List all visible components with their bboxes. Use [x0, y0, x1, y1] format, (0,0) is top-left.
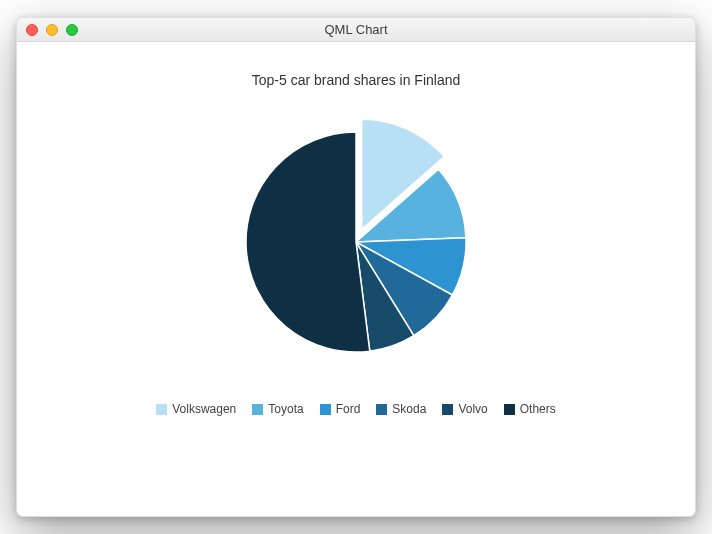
minimize-icon[interactable] — [46, 24, 58, 36]
legend-label: Ford — [336, 402, 361, 416]
legend-item-volkswagen[interactable]: Volkswagen — [156, 402, 236, 416]
pie-chart — [226, 112, 486, 372]
legend-swatch-icon — [442, 404, 453, 415]
legend-swatch-icon — [504, 404, 515, 415]
legend-item-others[interactable]: Others — [504, 402, 556, 416]
legend-item-ford[interactable]: Ford — [320, 402, 361, 416]
legend-swatch-icon — [320, 404, 331, 415]
close-icon[interactable] — [26, 24, 38, 36]
legend-swatch-icon — [376, 404, 387, 415]
chart-legend: VolkswagenToyotaFordSkodaVolvoOthers — [156, 402, 556, 416]
legend-label: Others — [520, 402, 556, 416]
legend-label: Toyota — [268, 402, 303, 416]
app-window: QML Chart Top-5 car brand shares in Finl… — [16, 17, 696, 517]
chart-area: Top-5 car brand shares in Finland Volksw… — [17, 42, 695, 516]
window-titlebar: QML Chart — [17, 18, 695, 42]
legend-swatch-icon — [252, 404, 263, 415]
legend-label: Skoda — [392, 402, 426, 416]
legend-swatch-icon — [156, 404, 167, 415]
legend-item-skoda[interactable]: Skoda — [376, 402, 426, 416]
legend-label: Volvo — [458, 402, 487, 416]
window-title: QML Chart — [17, 22, 695, 37]
pie-slice-others[interactable] — [246, 132, 370, 352]
chart-title: Top-5 car brand shares in Finland — [252, 72, 461, 88]
window-controls — [17, 24, 78, 36]
legend-item-toyota[interactable]: Toyota — [252, 402, 303, 416]
legend-label: Volkswagen — [172, 402, 236, 416]
legend-item-volvo[interactable]: Volvo — [442, 402, 487, 416]
zoom-icon[interactable] — [66, 24, 78, 36]
